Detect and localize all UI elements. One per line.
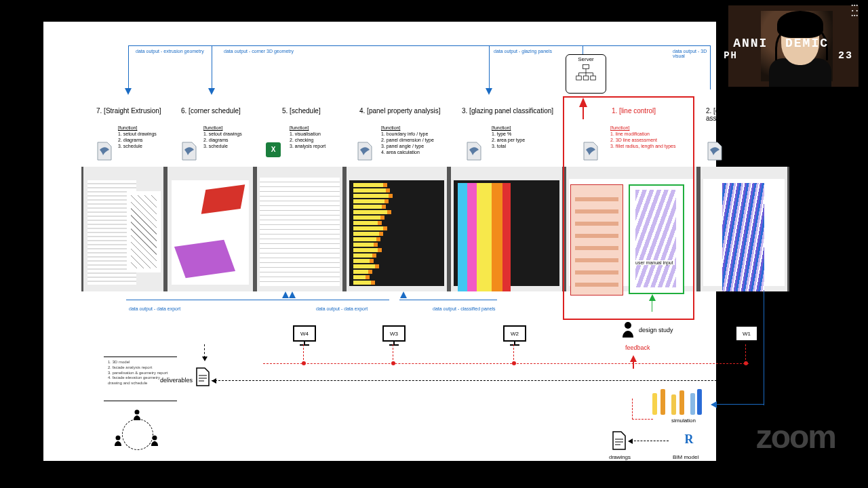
arrow-up-5b xyxy=(289,291,296,298)
svg-rect-6 xyxy=(576,76,582,80)
rhino-icon-7 xyxy=(96,141,113,161)
blue-underline-a xyxy=(126,300,389,300)
fn-list-5: [function]1. visualisation2. checking3. … xyxy=(290,125,326,149)
slide-canvas: data output - extrusion geometry data ou… xyxy=(43,22,716,461)
thumb-7 xyxy=(81,167,165,291)
out-label-1: data output - data export xyxy=(129,306,180,311)
fn-list-2: [function]1. design assessment xyxy=(730,125,755,143)
monitor-w3: W3 xyxy=(382,325,406,346)
svg-point-13 xyxy=(135,410,140,415)
arrow-up-5a xyxy=(282,291,289,298)
out-label-3: data output - classified panels xyxy=(433,306,496,311)
section-7-title: 7. [Straight Extrusion] xyxy=(96,107,161,115)
top-label-extrusion: data output - extrusion geometry xyxy=(136,49,204,54)
thumb-2 xyxy=(698,167,789,291)
design-study-label: design study xyxy=(639,327,673,333)
black-dashed-line xyxy=(212,380,747,381)
person-icon xyxy=(622,321,634,339)
drawings-label: drawings xyxy=(609,454,631,460)
thumb-5 xyxy=(255,167,344,291)
arrow-head-6 xyxy=(208,88,215,95)
arrow-head-7 xyxy=(125,88,132,95)
team-ring xyxy=(102,411,163,458)
section-3-title: 3. [glazing panel classification] xyxy=(462,107,553,115)
feedback-label: feedback xyxy=(625,344,650,351)
overlay-text-top: ANNI..DEMIC xyxy=(733,37,829,50)
monitor-w2: W2 xyxy=(503,325,526,346)
out-label-2: data output - data export xyxy=(316,306,368,311)
svg-point-14 xyxy=(116,436,121,441)
drop-6 xyxy=(212,45,212,89)
thumb-3 xyxy=(449,167,564,291)
fn-list-6: [function]1. setout drawings2. diagrams3… xyxy=(203,125,242,149)
rhino-icon-6 xyxy=(181,141,197,161)
thumb-4 xyxy=(344,167,449,291)
server-node: Server xyxy=(566,54,606,94)
rhino-icon-3 xyxy=(466,141,482,161)
fn-list-4: [function]1. boundary info / type2. pane… xyxy=(381,125,434,155)
bim-model-label: BIM model xyxy=(673,454,698,460)
arrow-head-3 xyxy=(486,88,492,95)
drop-7 xyxy=(128,45,129,89)
overlay-ph: PH xyxy=(724,50,738,61)
rhino-icon-2 xyxy=(707,141,723,161)
server-icon xyxy=(576,64,596,85)
drawings-icon xyxy=(612,431,627,451)
document-icon xyxy=(195,367,210,388)
highlight-box-1 xyxy=(563,96,694,320)
zoom-watermark: zoom xyxy=(756,418,835,455)
sim-arrow-stem xyxy=(716,404,764,405)
section-4-title: 4. [panel property analysis] xyxy=(359,107,441,115)
drawings-to-bim-line xyxy=(631,441,669,441)
red-arrow-stem xyxy=(583,106,584,119)
sim-arrow-icon xyxy=(711,401,717,408)
section-5-title: 5. [schedule] xyxy=(282,107,321,115)
revit-icon: R xyxy=(681,431,697,447)
top-connector xyxy=(128,45,711,46)
monitor-w4: W4 xyxy=(293,325,316,346)
top-label-corner: data output - corner 3D geometry xyxy=(224,49,294,54)
fn-list-3: [function]1. type %2. area per type3. to… xyxy=(492,125,525,149)
top-label-glazing: data output - glazing panels xyxy=(494,49,552,54)
arrow-up-4 xyxy=(400,291,407,298)
svg-point-9 xyxy=(625,322,631,329)
simulation-icon xyxy=(652,388,705,415)
monitor-w1: W1 xyxy=(735,325,758,346)
thumb-6 xyxy=(165,167,255,291)
section-2-title: 2. [design assessment] xyxy=(706,107,744,122)
grid-menu-icon[interactable]: ▪▪▪▪ ▪▪▪▪ xyxy=(837,3,859,18)
simulation-label: simulation xyxy=(671,418,696,424)
drop-server xyxy=(583,45,583,54)
fn-list-7: [function]1. setout drawings2. diagrams3… xyxy=(118,125,157,149)
overlay-year: 23 xyxy=(838,50,853,62)
excel-icon: X xyxy=(266,142,281,157)
svg-point-15 xyxy=(153,436,157,441)
svg-rect-7 xyxy=(583,76,589,80)
blue-underline-b xyxy=(399,300,497,300)
svg-rect-8 xyxy=(591,76,596,80)
sim-vertical-line xyxy=(764,291,764,405)
deliverables-label: deliverables xyxy=(160,377,193,384)
svg-rect-0 xyxy=(583,65,589,69)
red-dashed-line xyxy=(263,363,749,364)
rhino-icon-4 xyxy=(357,141,373,161)
section-6-title: 6. [corner schedule] xyxy=(181,107,241,115)
feedback-arrow-stem xyxy=(633,361,634,369)
drop-3 xyxy=(489,45,490,89)
server-title: Server xyxy=(566,56,606,62)
top-label-3dvisual: data output - 3D visual xyxy=(673,49,716,58)
